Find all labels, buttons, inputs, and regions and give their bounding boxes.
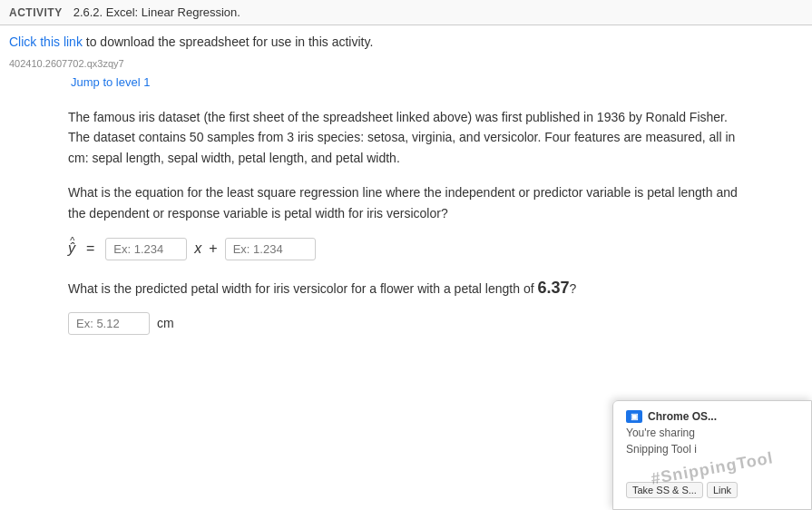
iris-description: The famous iris dataset (the first sheet… xyxy=(68,107,744,168)
snipping-tool-overlay: ▣ Chrome OS... You're sharing Snipping T… xyxy=(612,400,812,510)
jump-to-level-link[interactable]: Jump to level 1 xyxy=(71,75,150,89)
intercept-input[interactable] xyxy=(225,238,316,260)
equation-row: ŷ = x + xyxy=(68,238,744,260)
activity-title: 2.6.2. Excel: Linear Regression. xyxy=(73,5,240,19)
plus-sign: + xyxy=(209,240,217,257)
question2: What is the predicted petal width for ir… xyxy=(68,275,744,301)
click-link[interactable]: Click this link xyxy=(9,34,83,49)
coefficient-input[interactable] xyxy=(105,238,187,260)
snipping-header: ▣ Chrome OS... xyxy=(626,410,798,423)
snipping-icon: ▣ xyxy=(626,410,642,423)
question2-post: ? xyxy=(570,281,577,296)
y-hat-symbol: ŷ xyxy=(68,240,75,257)
question2-pre: What is the predicted petal width for ir… xyxy=(68,281,537,296)
answer-row: cm xyxy=(68,312,744,335)
cm-label: cm xyxy=(157,316,174,330)
activity-label: ACTIVITY xyxy=(9,6,63,19)
x-symbol: x xyxy=(194,240,201,257)
equals-sign: = xyxy=(86,240,94,257)
snipping-line1: You're sharing xyxy=(626,427,798,439)
click-link-rest: to download the spreadsheet for use in t… xyxy=(83,34,373,49)
snipping-header-text: Chrome OS... xyxy=(648,410,717,423)
file-id: 402410.2607702.qx3zqy7 xyxy=(9,58,803,69)
question1: What is the equation for the least squar… xyxy=(68,182,744,223)
download-link-line: Click this link to download the spreadsh… xyxy=(9,34,803,49)
content-area: Click this link to download the spreadsh… xyxy=(0,25,812,358)
top-bar: ACTIVITY 2.6.2. Excel: Linear Regression… xyxy=(0,0,812,25)
petal-width-answer-input[interactable] xyxy=(68,312,150,335)
petal-length-value: 6.37 xyxy=(537,279,569,297)
link-button[interactable]: Link xyxy=(707,482,738,498)
